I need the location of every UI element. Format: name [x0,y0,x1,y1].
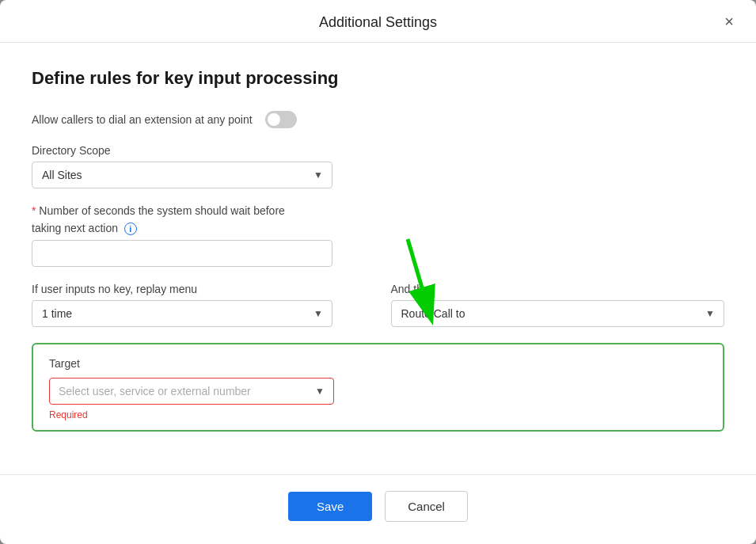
target-box: Target ▼ Select user, service or externa… [32,343,724,432]
modal-header: Additional Settings × [0,0,756,43]
wait-seconds-label-2: taking next action i [32,222,724,235]
close-button[interactable]: × [721,10,737,32]
modal-dialog: Additional Settings × Define rules for k… [0,0,756,544]
cancel-button[interactable]: Cancel [385,491,468,522]
wait-seconds-input[interactable]: 9 [32,240,332,267]
directory-scope-select-wrapper: All Sites Current Site ▼ [32,162,332,188]
replay-menu-label: If user inputs no key, replay menu [32,283,366,295]
target-select[interactable] [49,378,334,405]
wait-seconds-label: Number of seconds the system should wait… [32,204,724,217]
two-col-section: If user inputs no key, replay menu 1 tim… [32,283,724,327]
modal-overlay: Additional Settings × Define rules for k… [0,0,756,544]
required-message: Required [49,409,707,420]
wait-seconds-field: Number of seconds the system should wait… [32,204,724,267]
replay-menu-col: If user inputs no key, replay menu 1 tim… [32,283,366,327]
replay-menu-select-wrapper: 1 time 2 times 3 times Never ▼ [32,300,332,327]
allow-extension-label: Allow callers to dial an extension at an… [32,113,253,126]
modal-title: Additional Settings [319,14,437,31]
replay-menu-select[interactable]: 1 time 2 times 3 times Never [32,300,332,327]
target-select-wrapper: ▼ Select user, service or external numbe… [49,378,334,405]
directory-scope-label: Directory Scope [32,144,724,157]
and-then-select-wrapper: Route Call to Disconnect Replay Menu ▼ [391,300,725,327]
modal-footer: Save Cancel [0,474,756,544]
directory-scope-select[interactable]: All Sites Current Site [32,162,332,188]
allow-extension-row: Allow callers to dial an extension at an… [32,111,724,128]
toggle-slider [265,111,297,128]
directory-scope-field: Directory Scope All Sites Current Site ▼ [32,144,724,188]
save-button[interactable]: Save [288,492,372,521]
info-icon[interactable]: i [124,223,137,235]
and-then-col: And then Route Call to Disconnect Replay… [391,283,725,327]
section-title: Define rules for key input processing [32,68,724,89]
target-label: Target [49,357,707,370]
modal-body: Define rules for key input processing Al… [0,43,756,474]
and-then-select[interactable]: Route Call to Disconnect Replay Menu [391,300,725,327]
allow-extension-toggle[interactable] [265,111,297,128]
and-then-label: And then [391,283,725,295]
